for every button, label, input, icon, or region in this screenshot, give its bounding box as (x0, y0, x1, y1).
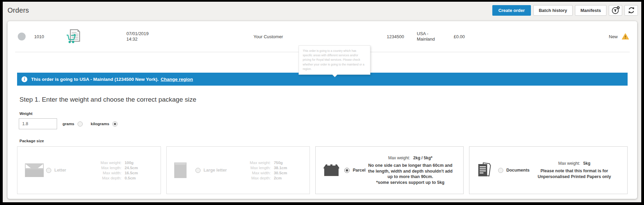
parcel-note: No one side can be longer than 60cm and … (366, 163, 455, 180)
spec-value: 2cm (274, 176, 282, 180)
package-card-parcel[interactable]: Parcel Max weight: 2kg / 5kg* No one sid… (315, 146, 464, 194)
spec-value: 750g (274, 161, 283, 165)
banner-message: This order is going to USA - Mainland (1… (31, 77, 159, 82)
max-weight-key: Max weight: (558, 161, 580, 166)
letter-label: Letter (54, 168, 66, 173)
package-card-large-letter: Large letter Max weight: 750g Max length… (166, 146, 310, 194)
documents-choose[interactable]: Documents (498, 168, 530, 173)
parcel-choose[interactable]: Parcel (344, 168, 366, 173)
order-date: 07/01/2019 14:32 (126, 31, 149, 42)
order-time-line: 14:32 (126, 36, 149, 42)
letter-choose: Letter (46, 168, 66, 173)
max-weight-key: Max weight: (388, 156, 410, 160)
letter-envelope-icon (25, 163, 46, 177)
change-region-link[interactable]: Change region (161, 77, 193, 82)
spec-value: 38.1cm (274, 166, 287, 170)
package-size-label: Package size (19, 139, 637, 143)
channel-shopping-cart-icon (66, 28, 81, 45)
info-icon: i (22, 76, 27, 82)
spec-key: Max weight: (100, 161, 121, 165)
spec-key: Max width: (252, 171, 271, 175)
step-title: Step 1. Enter the weight and choose the … (19, 96, 637, 103)
spec-key: Max weight: (250, 161, 271, 165)
spec-key: Max length: (250, 166, 271, 170)
documents-info: Max weight: 5kg Please note that this fo… (530, 161, 619, 179)
order-customer: Your Customer (254, 34, 283, 39)
spec-value: 24.5cm (125, 166, 138, 170)
destination-line-1: USA - (417, 31, 435, 36)
manifests-button[interactable]: Manifests (575, 5, 606, 16)
order-price: £0.00 (454, 34, 465, 39)
order-destination: USA - Mainland (417, 31, 435, 42)
large-letter-choose: Large letter (195, 168, 227, 173)
spec-value: 0.5cm (125, 176, 136, 180)
orders-panel: 1010 07/01/2019 (8, 21, 637, 199)
page-title: Orders (8, 6, 29, 14)
kilograms-radio[interactable] (112, 121, 118, 127)
order-reference: 1234500 (387, 34, 404, 39)
documents-radio[interactable] (498, 168, 503, 173)
package-card-documents[interactable]: Documents Max weight: 5kg Please note th… (469, 146, 628, 194)
parcel-info: Max weight: 2kg / 5kg* No one side can b… (366, 156, 455, 185)
documents-label: Documents (506, 168, 530, 173)
max-weight-value: 5kg (583, 161, 590, 166)
clear-filters-button[interactable] (609, 5, 622, 16)
filter-clear-icon (611, 6, 620, 15)
weight-input[interactable] (19, 118, 57, 129)
order-select-dot[interactable] (18, 33, 26, 41)
top-bar: Orders Create order Batch history Manife… (3, 2, 641, 19)
spec-value: 30.5cm (274, 171, 287, 175)
documents-max-weight-row: Max weight: 5kg (530, 161, 619, 166)
package-options: Letter Max weight: 100g Max length: 24.5… (17, 146, 628, 194)
order-id-link[interactable]: 1010 (34, 34, 44, 39)
parcel-box-icon (323, 163, 344, 177)
parcel-label: Parcel (353, 168, 366, 173)
region-tooltip: This order is going to a country which h… (299, 45, 370, 75)
letter-radio (46, 168, 51, 173)
weight-label: Weight (19, 112, 637, 116)
refresh-icon (627, 6, 635, 14)
grams-label: grams (63, 122, 74, 126)
letter-specs: Max weight: 100g Max length: 24.5cm Max … (100, 161, 138, 180)
spec-key: Max depth: (102, 176, 122, 180)
order-status: New (609, 34, 618, 39)
order-row[interactable]: 1010 07/01/2019 (15, 21, 630, 52)
spec-key: Max depth: (251, 176, 271, 180)
large-letter-label: Large letter (204, 168, 227, 173)
spec-key: Max length: (101, 166, 121, 170)
spec-value: 100g (125, 161, 134, 165)
parcel-footnote: *some services support up to 5kg (366, 180, 455, 185)
warning-triangle-icon[interactable] (622, 33, 629, 40)
documents-papers-icon (477, 162, 498, 178)
parcel-radio[interactable] (344, 168, 350, 173)
package-card-letter: Letter Max weight: 100g Max length: 24.5… (17, 146, 161, 194)
max-weight-value: 2kg / 5kg* (413, 156, 433, 160)
large-letter-specs: Max weight: 750g Max length: 38.1cm Max … (250, 161, 287, 180)
kilograms-label: kilograms (91, 122, 109, 126)
documents-note: Please note that this format is for Unpe… (530, 168, 619, 179)
large-letter-radio (195, 168, 201, 173)
spec-value: 16.5cm (125, 171, 138, 175)
spec-key: Max width: (103, 171, 122, 175)
weight-row: grams kilograms (19, 118, 637, 129)
refresh-button[interactable] (625, 5, 638, 16)
batch-history-button[interactable]: Batch history (533, 5, 573, 16)
large-letter-envelope-icon (174, 162, 195, 178)
destination-line-2: Mainland (417, 36, 435, 42)
order-date-line: 07/01/2019 (126, 31, 149, 36)
create-order-button[interactable]: Create order (492, 5, 531, 16)
grams-radio[interactable] (78, 121, 83, 127)
parcel-max-weight-row: Max weight: 2kg / 5kg* (366, 156, 455, 160)
